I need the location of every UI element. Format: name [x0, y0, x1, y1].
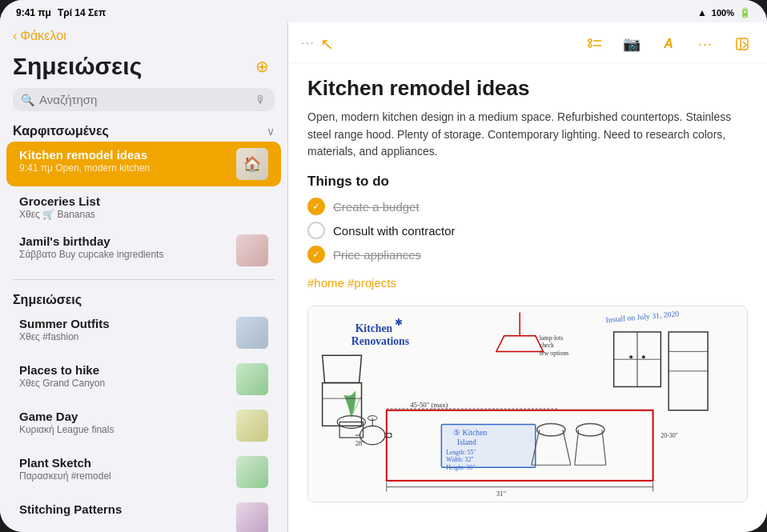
search-input[interactable]: [39, 93, 251, 106]
pinned-section-header: Καρφιτσωμένες ∨: [0, 118, 287, 142]
toolbar-left: ↖: [315, 32, 339, 56]
pinned-chevron-icon[interactable]: ∨: [267, 125, 275, 138]
note-title-kitchen: Kitchen remodel ideas: [19, 148, 150, 162]
note-thumbnail-stitching: [236, 502, 268, 532]
sidebar-action-button[interactable]: ⊕: [249, 54, 275, 79]
todo-item-3: ✓ Price appliances: [307, 246, 748, 263]
section-divider: [13, 279, 275, 280]
note-item-groceries[interactable]: Groceries List Χθες 🛒 Bananas: [6, 188, 281, 226]
status-bar-right: ▲ 100% 🔋: [697, 7, 751, 18]
note-subtitle-hike: Χθες Grand Canyon: [19, 378, 105, 389]
note-thumbnail-kitchen: 🏠: [236, 148, 268, 180]
app-container: ‹ Φάκελοι Σημειώσεις ⊕ 🔍 🎙 Καρφιτσωμένες…: [0, 22, 767, 532]
kitchen-sketch-svg: Install on July 31, 2020 Kitchen Renovat…: [308, 306, 747, 498]
checklist-icon: [587, 36, 603, 52]
wifi-icon: ▲: [697, 7, 707, 18]
note-subtitle-gameday: Κυριακή League finals: [19, 424, 114, 435]
date: Τρί 14 Σεπ: [58, 7, 106, 18]
svg-text:20-30": 20-30": [661, 432, 677, 439]
svg-text:28": 28": [355, 439, 366, 447]
svg-text:✱: ✱: [395, 318, 403, 328]
search-icon: 🔍: [21, 94, 34, 106]
notes-section-title: Σημειώσεις: [13, 293, 82, 307]
note-item-hike[interactable]: Places to hike Χθες Grand Canyon: [6, 357, 281, 402]
note-subtitle-plant: Παρασκευή #remodel: [19, 470, 111, 482]
compose-button[interactable]: [730, 32, 754, 56]
note-subtitle-outfits: Χθες #fashion: [19, 331, 110, 342]
compose-icon: [734, 36, 750, 52]
detail-pane: ··· ↖ 📷: [288, 22, 767, 532]
svg-point-2: [588, 44, 592, 47]
toolbar-right: 📷 A ···: [583, 32, 754, 56]
sidebar-header: ‹ Φάκελοι: [0, 22, 287, 50]
svg-point-0: [588, 39, 592, 42]
note-item-stitching[interactable]: Stitching Patterns: [6, 496, 281, 532]
checklist-button[interactable]: [583, 32, 607, 56]
note-item-birthday[interactable]: Jamil's birthday Σάββατο Buy cupcake ing…: [6, 228, 281, 273]
svg-text:Renovations: Renovations: [351, 335, 409, 347]
svg-text:Width: 32": Width: 32": [446, 456, 473, 463]
markup-button[interactable]: A: [657, 32, 681, 56]
ipad-frame: 9:41 πμ Τρί 14 Σεπ ▲ 100% 🔋 ‹ Φάκελοι Ση…: [0, 0, 767, 532]
note-subtitle-groceries: Χθες 🛒 Bananas: [19, 209, 100, 220]
note-title-plant: Plant Sketch: [19, 456, 111, 470]
things-to-do-heading: Things to do: [307, 174, 748, 190]
todo-check-1[interactable]: ✓: [307, 198, 325, 215]
toolbar-top-dots: ···: [301, 36, 315, 49]
todo-check-2[interactable]: [307, 222, 325, 239]
search-bar[interactable]: 🔍 🎙: [13, 88, 275, 111]
note-title-groceries: Groceries List: [19, 194, 100, 208]
detail-toolbar: ··· ↖ 📷: [288, 22, 767, 63]
svg-text:Length: 55": Length: 55": [446, 449, 476, 456]
mic-icon[interactable]: 🎙: [255, 94, 267, 106]
note-subtitle-birthday: Σάββατο Buy cupcake ingredients: [19, 249, 163, 260]
note-title-hike: Places to hike: [19, 363, 105, 377]
notes-section-header: Σημειώσεις: [0, 286, 287, 310]
svg-point-15: [642, 355, 645, 358]
note-title-birthday: Jamil's birthday: [19, 234, 163, 248]
todo-list: ✓ Create a budget Consult with contracto…: [307, 198, 748, 263]
todo-text-2: Consult with contractor: [333, 224, 456, 238]
note-thumbnail-hike: [236, 363, 268, 395]
note-thumbnail-birthday: [236, 234, 268, 266]
time: 9:41 πμ: [16, 7, 51, 18]
sidebar-title: Σημειώσεις: [13, 53, 142, 80]
svg-text:Height: 35": Height: 35": [446, 464, 475, 471]
sketch-area: Install on July 31, 2020 Kitchen Renovat…: [307, 306, 748, 502]
notes-list: Καρφιτσωμένες ∨ Kitchen remodel ideas 9:…: [0, 118, 287, 532]
note-thumbnail-outfits: [236, 317, 268, 349]
note-detail-title: Kitchen remodel ideas: [307, 76, 748, 101]
note-title-outfits: Summer Outfits: [19, 317, 110, 330]
more-button[interactable]: ···: [693, 32, 717, 56]
note-item-plant[interactable]: Plant Sketch Παρασκευή #remodel: [6, 450, 281, 494]
sidebar-title-row: Σημειώσεις ⊕: [0, 50, 287, 85]
svg-text:lamp-lots: lamp-lots: [540, 334, 564, 342]
note-thumbnail-plant: [236, 456, 268, 488]
back-button[interactable]: ↖: [315, 32, 339, 56]
battery: 100%: [712, 8, 734, 18]
note-detail-description: Open, modern kitchen design in a medium …: [307, 109, 748, 161]
svg-text:Kitchen: Kitchen: [355, 322, 393, 334]
note-thumbnail-gameday: [236, 410, 268, 442]
note-item-gameday[interactable]: Game Day Κυριακή League finals: [6, 403, 281, 448]
detail-content: Kitchen remodel ideas Open, modern kitch…: [288, 63, 767, 532]
note-title-stitching: Stitching Patterns: [19, 502, 122, 516]
folders-back-label: Φάκελοι: [20, 29, 66, 43]
svg-text:Island: Island: [457, 438, 476, 446]
camera-button[interactable]: 📷: [620, 32, 644, 56]
folders-back-link[interactable]: ‹ Φάκελοι: [13, 29, 275, 43]
todo-text-1: Create a budget: [333, 200, 420, 214]
note-item-kitchen[interactable]: Kitchen remodel ideas 9:41 πμ Open, mode…: [6, 142, 281, 186]
hashtags: #home #projects: [307, 276, 748, 290]
svg-text:check: check: [540, 342, 554, 350]
pinned-section-title: Καρφιτσωμένες: [13, 124, 109, 138]
note-title-gameday: Game Day: [19, 410, 114, 423]
svg-point-14: [629, 355, 632, 358]
status-bar-left: 9:41 πμ Τρί 14 Σεπ: [16, 7, 106, 18]
note-item-outfits[interactable]: Summer Outfits Χθες #fashion: [6, 310, 281, 355]
battery-icon: 🔋: [739, 7, 751, 18]
note-subtitle-kitchen: 9:41 πμ Open, modern kitchen: [19, 162, 150, 174]
todo-check-3[interactable]: ✓: [307, 246, 325, 263]
svg-text:31": 31": [496, 490, 507, 498]
svg-text:few options: few options: [540, 350, 569, 357]
